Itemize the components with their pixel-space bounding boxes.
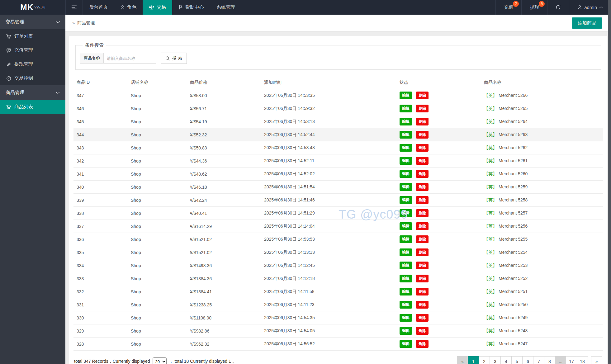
page-button-6[interactable]: 6: [522, 356, 533, 364]
sidebar-item-withdraw-management[interactable]: 提现管理: [0, 57, 65, 71]
cell-add-time: 2025年06月30日 14:52:11: [261, 154, 396, 168]
sidebar-item-product-list[interactable]: 商品列表: [0, 100, 65, 114]
table-row: 335 Shop ¥/$1521.02 2025年06月30日 14:13:13…: [73, 246, 603, 259]
product-name: Merchant 5252: [499, 276, 528, 281]
edit-button[interactable]: 编辑: [400, 301, 412, 309]
edit-button[interactable]: 编辑: [400, 170, 412, 178]
delete-button[interactable]: 删除: [416, 340, 429, 348]
page-button-1[interactable]: 1: [468, 356, 479, 364]
edit-button[interactable]: 编辑: [400, 196, 412, 204]
recharge-button[interactable]: 充值 2: [495, 0, 521, 15]
cart-icon: [6, 34, 11, 39]
delete-button[interactable]: 删除: [416, 118, 429, 125]
edit-button[interactable]: 编辑: [400, 327, 412, 335]
delete-button[interactable]: 删除: [416, 196, 429, 204]
page-button-18[interactable]: 18: [577, 356, 588, 364]
edit-button[interactable]: 编辑: [400, 144, 412, 152]
delete-button[interactable]: 删除: [416, 170, 429, 178]
delete-button[interactable]: 删除: [416, 92, 429, 99]
page-button-4[interactable]: 4: [500, 356, 512, 364]
table-row: 333 Shop ¥/$1384.36 2025年06月30日 14:12:18…: [73, 272, 603, 285]
delete-button[interactable]: 删除: [416, 262, 429, 269]
sidebar-item-trade-control[interactable]: 交易控制: [0, 71, 65, 85]
product-name: Merchant 5255: [499, 237, 528, 242]
records-summary: total 347 Records，Currently displayed 20…: [74, 357, 237, 364]
refresh-button[interactable]: [547, 0, 569, 15]
product-name: Merchant 5248: [499, 328, 528, 333]
edit-button[interactable]: 编辑: [400, 314, 412, 322]
delete-button[interactable]: 删除: [416, 314, 429, 322]
delete-button[interactable]: 删除: [416, 131, 429, 139]
edit-button[interactable]: 编辑: [400, 340, 412, 348]
product-name-input[interactable]: [103, 53, 156, 64]
delete-button[interactable]: 删除: [416, 248, 429, 256]
delete-button[interactable]: 删除: [416, 144, 429, 152]
sidebar-toggle-button[interactable]: [65, 0, 83, 15]
edit-button[interactable]: 编辑: [400, 118, 412, 125]
sidebar-item-order-list[interactable]: 订单列表: [0, 29, 65, 43]
nav-item-home[interactable]: 后台首页: [83, 0, 114, 15]
cell-add-time: 2025年06月30日 14:51:46: [261, 194, 396, 207]
edit-button[interactable]: 编辑: [400, 209, 412, 217]
table-row: 339 Shop ¥/$42.24 2025年06月30日 14:51:46 编…: [73, 194, 603, 207]
withdraw-button[interactable]: 提现 5: [521, 0, 547, 15]
user-menu[interactable]: admin: [569, 0, 611, 15]
delete-button[interactable]: 删除: [416, 235, 429, 243]
page-button-8[interactable]: 8: [544, 356, 555, 364]
product-name: Merchant 5259: [499, 184, 528, 189]
cell-product-id: 335: [73, 246, 128, 259]
page-button-17[interactable]: 17: [566, 356, 577, 364]
edit-button[interactable]: 编辑: [400, 105, 412, 112]
delete-button[interactable]: 删除: [416, 222, 429, 230]
table-row: 345 Shop ¥/$54.19 2025年06月30日 14:53:13 编…: [73, 115, 603, 128]
page-button-2[interactable]: 2: [479, 356, 490, 364]
delete-button[interactable]: 删除: [416, 105, 429, 112]
edit-button[interactable]: 编辑: [400, 222, 412, 230]
delete-button[interactable]: 删除: [416, 183, 429, 191]
gavel-icon: [6, 62, 11, 67]
page-size-select[interactable]: 20: [153, 357, 167, 364]
page-button-7[interactable]: 7: [533, 356, 544, 364]
delete-button[interactable]: 删除: [416, 327, 429, 335]
edit-button[interactable]: 编辑: [400, 288, 412, 295]
sidebar: 交易管理 订单列表 充值管理 提现管理: [0, 15, 65, 364]
edit-button[interactable]: 编辑: [400, 275, 412, 282]
search-panel: 条件搜索 商品名称 搜 索: [75, 42, 601, 70]
nav-item-system[interactable]: 系统管理: [210, 0, 241, 15]
cell-status: 编辑 删除: [396, 298, 481, 311]
delete-button[interactable]: 删除: [416, 157, 429, 165]
nav-item-roles[interactable]: 角色: [114, 0, 143, 15]
delete-button[interactable]: 删除: [416, 209, 429, 217]
cell-price: ¥/$46.18: [187, 181, 261, 194]
vertical-scrollbar[interactable]: [608, 0, 611, 364]
cell-status: 编辑 删除: [396, 141, 481, 154]
edit-button[interactable]: 编辑: [400, 131, 412, 139]
add-product-button[interactable]: 添加商品: [572, 17, 602, 29]
nav-item-help-center[interactable]: 帮助中心: [172, 0, 210, 15]
edit-button[interactable]: 编辑: [400, 235, 412, 243]
delete-button[interactable]: 删除: [416, 288, 429, 295]
edit-button[interactable]: 编辑: [400, 262, 412, 269]
sidebar-item-recharge-management[interactable]: 充值管理: [0, 43, 65, 57]
cell-status: 编辑 删除: [396, 272, 481, 285]
cell-product-id: 331: [73, 298, 128, 311]
edit-button[interactable]: 编辑: [400, 248, 412, 256]
sidebar-group-product-management[interactable]: 商品管理: [0, 85, 65, 100]
page-button-5[interactable]: 5: [511, 356, 523, 364]
cell-product-name: 【英】Merchant 5258: [481, 194, 603, 207]
nav-item-trade[interactable]: 交易: [143, 0, 172, 15]
sidebar-group-trade-management[interactable]: 交易管理: [0, 15, 65, 29]
page-button-3[interactable]: 3: [490, 356, 501, 364]
cart-icon: [6, 105, 11, 110]
delete-button[interactable]: 删除: [416, 275, 429, 282]
topbar-actions: 充值 2 提现 5 admin: [495, 0, 611, 15]
product-name: Merchant 5265: [499, 106, 528, 111]
delete-button[interactable]: 删除: [416, 301, 429, 309]
search-button[interactable]: 搜 索: [161, 53, 187, 64]
edit-button[interactable]: 编辑: [400, 157, 412, 165]
cell-status: 编辑 删除: [396, 285, 481, 298]
edit-button[interactable]: 编辑: [400, 92, 412, 99]
next-page-button[interactable]: »: [591, 356, 602, 364]
edit-button[interactable]: 编辑: [400, 183, 412, 191]
sidebar-submenu-product: 商品列表: [0, 100, 65, 114]
